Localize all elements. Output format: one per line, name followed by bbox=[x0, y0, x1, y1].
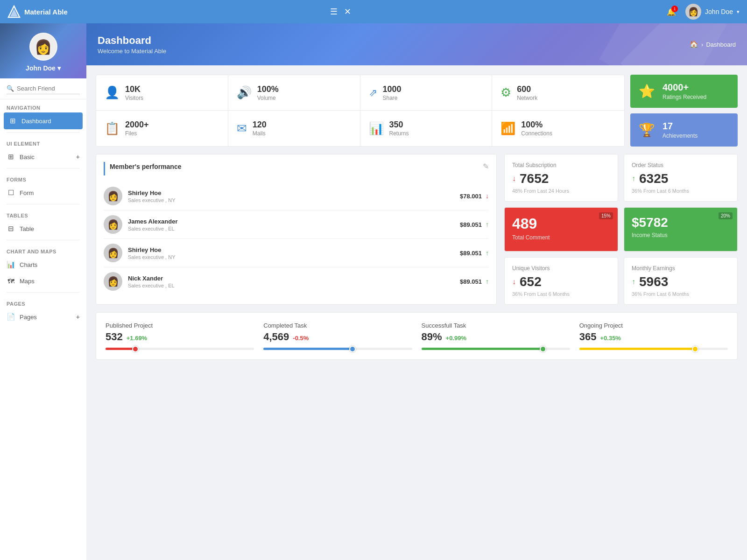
connections-label: Connections bbox=[521, 130, 552, 137]
successful-change: +0.99% bbox=[446, 335, 466, 342]
sidebar-charts-label: Charts bbox=[20, 261, 37, 268]
maps-icon: 🗺 bbox=[7, 277, 15, 285]
bottom-item-successful: Successfull Task 89% +0.99% bbox=[422, 322, 570, 350]
bottom-item-published: Published Project 532 +1.69% bbox=[106, 322, 254, 350]
monthly-earnings-sub: 36% From Last 6 Months bbox=[632, 291, 730, 297]
member-name-2: James Alexander bbox=[128, 218, 460, 225]
content-area: Dashboard Welcome to Material Able 🏠 › D… bbox=[86, 23, 747, 560]
mails-label: Mails bbox=[253, 130, 267, 137]
bottom-section: Published Project 532 +1.69% Completed T… bbox=[96, 312, 738, 360]
successful-fill bbox=[422, 348, 543, 350]
sidebar: 👩 John Doe ▾ 🔍 Navigation ⊞ Dashboard UI… bbox=[0, 23, 86, 560]
chevron-down-icon: ▾ bbox=[737, 9, 740, 15]
published-progress-bar bbox=[106, 348, 254, 350]
stat-card-mails: ✉ 120 Mails bbox=[228, 111, 360, 146]
completed-value: 4,569 bbox=[263, 331, 289, 343]
income-badge: 20% bbox=[719, 212, 733, 219]
visitors-down-icon: ↓ bbox=[512, 278, 516, 286]
pages-plus-icon: + bbox=[76, 313, 80, 321]
member-row-3: 👩 Shirley Hoe Sales executive , NY $89.0… bbox=[104, 239, 489, 267]
star-icon: ⭐ bbox=[639, 84, 655, 99]
returns-icon: 📊 bbox=[369, 121, 384, 136]
username: John Doe bbox=[705, 8, 733, 15]
member-amount-4: $89.051 bbox=[460, 278, 482, 285]
bell-button[interactable]: 🔔 1 bbox=[667, 7, 676, 16]
member-info-3: Shirley Hoe Sales executive , NY bbox=[128, 246, 460, 260]
table-icon: ⊟ bbox=[7, 224, 15, 233]
trend-up-icon-2: ↑ bbox=[486, 221, 489, 228]
connections-value: 100% bbox=[521, 120, 552, 130]
member-row-4: 👩 Nick Xander Sales executive , EL $89.0… bbox=[104, 267, 489, 295]
member-amount-2: $89.051 bbox=[460, 221, 482, 228]
member-info-1: Shirley Hoe Sales executive , NY bbox=[128, 189, 460, 203]
user-avatar: 👩 bbox=[685, 4, 701, 20]
ongoing-progress-bar bbox=[579, 348, 728, 350]
hamburger-icon[interactable]: ☰ bbox=[330, 7, 338, 17]
member-perf-title: Member's performance bbox=[110, 163, 182, 170]
sidebar-item-form[interactable]: ☐ Form bbox=[0, 184, 86, 201]
comment-badge: 15% bbox=[599, 212, 613, 219]
successful-progress-bar bbox=[422, 348, 570, 350]
ratings-card[interactable]: ⭐ 4000+ Ratings Received bbox=[630, 75, 738, 108]
member-performance-card: Member's performance ✎ 👩 Shirley Hoe Sal… bbox=[96, 154, 497, 305]
sidebar-item-pages[interactable]: 📄 Pages + bbox=[0, 308, 86, 325]
stat-card-files: 📋 2000+ Files bbox=[96, 111, 228, 146]
achievements-card[interactable]: 🏆 17 Achievements bbox=[630, 113, 738, 147]
member-avatar-4: 👩 bbox=[104, 272, 122, 291]
unique-visitors-sub: 36% From Last 6 Months bbox=[512, 291, 610, 297]
dashboard-icon: ⊞ bbox=[8, 117, 17, 125]
pages-icon: 📄 bbox=[7, 313, 15, 321]
pages-section-title: Pages bbox=[0, 295, 86, 308]
bottom-item-ongoing: Ongoing Project 365 +0.35% bbox=[579, 322, 728, 350]
breadcrumb-separator: › bbox=[701, 41, 703, 48]
network-icon: ⚙ bbox=[500, 85, 511, 100]
successful-value: 89% bbox=[422, 331, 442, 343]
basic-icon: ⊞ bbox=[7, 153, 15, 161]
trophy-icon: 🏆 bbox=[639, 122, 655, 138]
unique-visitors-value: 652 bbox=[520, 274, 542, 289]
sidebar-item-maps[interactable]: 🗺 Maps bbox=[0, 273, 86, 289]
stat-card-volume: 🔊 100% Volume bbox=[228, 75, 360, 111]
charts-icon: 📊 bbox=[7, 260, 15, 269]
published-dot bbox=[132, 346, 139, 352]
earnings-up-icon: ↑ bbox=[632, 278, 635, 286]
sidebar-item-dashboard[interactable]: ⊞ Dashboard bbox=[4, 112, 83, 129]
member-name-4: Nick Xander bbox=[128, 275, 460, 282]
ongoing-fill bbox=[579, 348, 695, 350]
member-avatar-1: 👩 bbox=[104, 187, 122, 205]
sidebar-item-table[interactable]: ⊟ Table bbox=[0, 220, 86, 237]
sidebar-item-basic[interactable]: ⊞ Basic + bbox=[0, 148, 86, 165]
close-icon[interactable]: ✕ bbox=[344, 7, 351, 17]
breadcrumb-current: Dashboard bbox=[706, 41, 736, 48]
files-value: 2000+ bbox=[125, 120, 149, 130]
completed-fill bbox=[263, 348, 352, 350]
page-title: Dashboard bbox=[98, 35, 166, 47]
ongoing-dot bbox=[692, 346, 698, 352]
content-body: 👤 10K Visitors 🔊 100% Volume bbox=[86, 65, 747, 369]
unique-visitors-title: Unique Visitors bbox=[512, 265, 610, 272]
total-subscription-title: Total Subscription bbox=[512, 162, 610, 168]
edit-icon[interactable]: ✎ bbox=[483, 162, 489, 171]
divider-4 bbox=[7, 240, 80, 240]
sidebar-item-charts[interactable]: 📊 Charts bbox=[0, 256, 86, 273]
member-row-2: 👩 James Alexander Sales executive , EL $… bbox=[104, 210, 489, 239]
member-role-2: Sales executive , EL bbox=[128, 226, 460, 231]
chart-maps-section-title: Chart And Maps bbox=[0, 243, 86, 256]
visitors-label: Visitors bbox=[125, 95, 143, 101]
user-menu[interactable]: 👩 John Doe ▾ bbox=[685, 4, 740, 20]
successful-dot bbox=[540, 346, 546, 352]
member-role-3: Sales executive , NY bbox=[128, 254, 460, 260]
stats-main-grid: 👤 10K Visitors 🔊 100% Volume bbox=[96, 75, 625, 147]
middle-section: Member's performance ✎ 👩 Shirley Hoe Sal… bbox=[96, 154, 738, 305]
home-icon: 🏠 bbox=[690, 40, 698, 49]
achievements-value: 17 bbox=[662, 121, 698, 132]
stat-card-share: ⇗ 1000 Share bbox=[360, 75, 493, 111]
achievements-label: Achievements bbox=[662, 133, 698, 139]
share-value: 1000 bbox=[383, 84, 402, 94]
stats-row: 👤 10K Visitors 🔊 100% Volume bbox=[96, 75, 738, 147]
search-input[interactable] bbox=[7, 83, 80, 94]
ongoing-value: 365 bbox=[579, 331, 597, 343]
order-status-card: Order Status ↑ 6325 36% From Last 6 Mont… bbox=[624, 154, 738, 202]
comment-title: Total Comment bbox=[512, 234, 610, 241]
order-value: 6325 bbox=[639, 171, 668, 186]
